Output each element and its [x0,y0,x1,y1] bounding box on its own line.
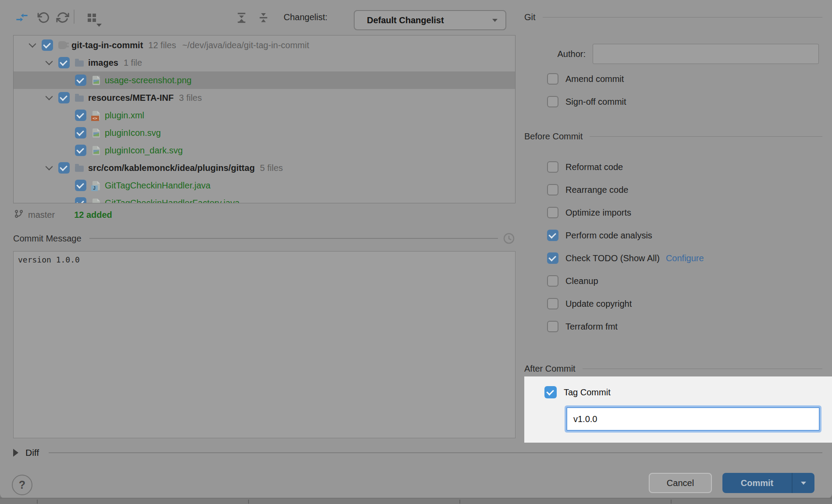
author-label: Author: [524,49,593,59]
file-name: src/com/kablemonck/idea/plugins/gittag [88,163,255,173]
checkbox-label[interactable]: Terraform fmt [565,322,618,332]
tree-checkbox[interactable] [75,145,86,156]
diff-arrows-icon[interactable] [14,10,29,25]
tree-checkbox[interactable] [75,197,86,203]
diff-expander[interactable]: Diff [13,446,822,459]
checkbox-label[interactable]: Reformat code [565,162,623,172]
tree-row[interactable]: usage-screenshot.png [14,71,515,89]
tree-row[interactable]: GitTagCheckinHandlerFactory.java [14,194,515,203]
caret-down-icon [96,24,102,27]
checkbox[interactable] [547,321,558,332]
before-commit-header: Before Commit [524,131,822,142]
branch-icon [14,209,24,221]
tree-checkbox[interactable] [42,39,53,51]
changelist-value: Default Changelist [367,15,492,25]
checkbox-label[interactable]: Sign-off commit [565,97,626,107]
checkbox[interactable] [547,230,558,241]
file-count: 1 file [124,58,142,68]
checkbox-option[interactable]: Reformat code [547,156,832,178]
checkbox-label[interactable]: Amend commit [565,74,624,84]
tag-name-input[interactable] [566,407,820,431]
commit-dropdown-button[interactable] [792,473,814,493]
checkbox[interactable] [547,298,558,309]
tree-row[interactable]: pluginIcon.svg [14,124,515,142]
tag-commit-checkbox[interactable] [544,386,557,398]
configure-link[interactable]: Configure [666,253,704,263]
checkbox-label[interactable]: Cleanup [565,276,598,286]
caret-down-icon [801,482,806,485]
tree-checkbox[interactable] [75,180,86,191]
expander-chevron-icon[interactable] [43,57,55,68]
branch-name[interactable]: master [28,210,55,220]
refresh-icon[interactable] [55,10,70,25]
expander-chevron-icon[interactable] [43,92,55,103]
checkbox-label[interactable]: Update copyright [565,299,632,309]
history-clock-icon[interactable] [502,232,516,245]
checkbox[interactable] [547,252,558,264]
commit-button-label[interactable]: Commit [722,473,792,493]
toolbar-divider [74,10,75,24]
after-commit-title: After Commit [524,364,576,374]
tree-checkbox[interactable] [58,57,70,68]
git-section-header: Git [524,12,822,22]
checkbox[interactable] [547,161,558,173]
changelist-dropdown[interactable]: Default Changelist [354,10,506,30]
file-count: 12 files [148,40,176,50]
checkbox-option[interactable]: Cleanup [547,270,832,292]
author-input[interactable] [593,44,819,64]
before-commit-options-list: Reformat code Rearrange code Optimize im… [547,156,832,338]
tree-checkbox[interactable] [75,127,86,138]
tree-checkbox[interactable] [75,110,86,121]
file-name: git-tag-in-commit [71,40,143,50]
tree-row[interactable]: plugin.xml [14,106,515,124]
checkbox-option[interactable]: Optimize imports [547,201,832,224]
tag-commit-option[interactable]: Tag Commit [544,386,611,398]
cancel-button[interactable]: Cancel [649,473,712,493]
checkbox-label[interactable]: Rearrange code [565,185,628,195]
separator-line [89,238,498,239]
xml-icon [91,111,101,120]
image-icon [91,146,101,155]
image-icon [91,76,101,85]
tree-checkbox[interactable] [75,75,86,86]
tree-checkbox[interactable] [58,92,70,103]
tree-row[interactable]: src/com/kablemonck/idea/plugins/gittag 5… [14,159,515,177]
added-count: 12 added [74,210,112,220]
collapse-all-icon[interactable] [256,10,271,25]
tree-row[interactable]: resources/META-INF 3 files [14,89,515,106]
help-button[interactable]: ? [12,475,32,495]
checkbox-option[interactable]: Perform code analysis [547,224,832,247]
checkbox-label[interactable]: Optimize imports [565,208,631,218]
checkbox[interactable] [547,184,558,195]
file-name: GitTagCheckinHandler.java [105,181,210,191]
checkbox[interactable] [547,275,558,287]
tree-row[interactable]: git-tag-in-commit 12 files ~/dev/java/id… [14,36,515,54]
checkbox[interactable] [547,96,558,107]
separator-line [583,369,822,369]
file-name: pluginIcon_dark.svg [105,146,183,156]
tree-row[interactable]: GitTagCheckinHandler.java [14,177,515,194]
checkbox-option[interactable]: Check TODO (Show All) Configure [547,247,832,270]
checkbox-option[interactable]: Terraform fmt [547,315,832,338]
checkbox-option[interactable]: Sign-off commit [547,90,832,113]
expand-all-icon[interactable] [234,10,249,25]
checkbox-label[interactable]: Perform code analysis [565,231,652,241]
checkbox-option[interactable]: Rearrange code [547,178,832,201]
checkbox-label[interactable]: Check TODO (Show All) [565,253,660,263]
folder-icon [74,94,85,102]
tree-row[interactable]: pluginIcon_dark.svg [14,142,515,159]
group-by-icon[interactable] [84,10,99,25]
tree-row[interactable]: images 1 file [14,54,515,71]
checkbox[interactable] [547,73,558,85]
rollback-icon[interactable] [36,10,51,25]
expander-chevron-icon[interactable] [27,39,38,51]
checkbox[interactable] [547,207,558,218]
expander-chevron-icon[interactable] [43,162,55,174]
file-path: ~/dev/java/idea/git-tag-in-commit [182,40,309,50]
checkbox-option[interactable]: Amend commit [547,67,832,90]
commit-button[interactable]: Commit [722,473,814,493]
tree-checkbox[interactable] [58,162,70,174]
tag-commit-label: Tag Commit [564,387,611,398]
checkbox-option[interactable]: Update copyright [547,292,832,315]
commit-message-input[interactable]: version 1.0.0 [13,251,516,438]
